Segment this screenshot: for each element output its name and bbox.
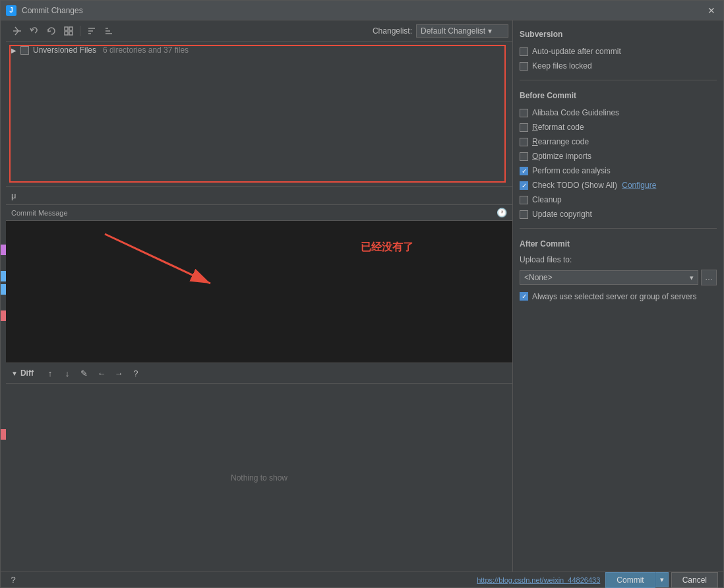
mu-icon: μ [11,191,16,200]
after-commit-title: After Commit [520,239,717,249]
auto-update-label: Auto-update after commit [532,47,621,56]
reformat-checkbox[interactable] [520,123,528,132]
diff-left-button[interactable]: ← [94,366,109,380]
upload-value: <None> [524,273,553,282]
changelist-label: Changelist: [373,26,412,36]
bottom-bar: ? https://blog.csdn.net/weixin_44826433 … [1,572,723,587]
title-bar: J Commit Changes ✕ [1,1,723,20]
optimize-label: Optimize imports [532,152,591,161]
dropdown-arrow-icon: ▾ [488,26,492,36]
diff-title-label: Diff [20,368,34,378]
side-markers [1,20,6,572]
update-copyright-row: Update copyright [520,208,717,220]
window-title: Commit Changes [22,6,705,15]
refresh-button[interactable] [44,24,59,38]
files-area: ▶ Unversioned Files 6 directories and 37… [6,42,512,187]
svg-rect-4 [69,32,73,35]
update-copyright-checkbox[interactable] [520,210,528,219]
diff-prev-button[interactable]: ↑ [43,366,57,380]
unversioned-checkbox[interactable] [20,46,29,55]
toolbar: Changelist: Default Changelist ▾ [6,20,512,42]
diff-help-button[interactable]: ? [129,366,143,380]
close-button[interactable]: ✕ [705,4,718,17]
keep-locked-label: Keep files locked [532,61,592,71]
check-todo-label: Check TODO (Show All) Configure [532,181,656,190]
expand-arrow-icon: ▶ [11,47,16,54]
configure-link[interactable]: Configure [622,181,656,190]
before-commit-title: Before Commit [520,91,717,100]
cleanup-label: Cleanup [532,195,562,204]
main-content: Changelist: Default Changelist ▾ ▶ Unver… [1,20,723,572]
cleanup-row: Cleanup [520,194,717,206]
separator-1 [80,26,80,36]
add-button[interactable] [10,24,24,38]
svg-rect-3 [65,32,68,35]
undo-button[interactable] [27,24,42,38]
upload-label: Upload files to: [520,255,717,264]
clock-icon: 🕐 [497,208,507,218]
alibaba-checkbox[interactable] [520,109,528,117]
blog-link[interactable]: https://blog.csdn.net/weixin_44826433 [477,576,600,584]
check-todo-checkbox[interactable]: ✓ [520,181,528,190]
rearrange-rest: earrange code [538,137,589,146]
rearrange-label: Rearrange code [532,137,589,146]
alibaba-row: Alibaba Code Guidelines [520,107,717,119]
reformat-row: Reformat code [520,121,717,133]
unversioned-label: Unversioned Files [33,45,96,55]
changelist-section: Changelist: Default Changelist ▾ [373,24,508,38]
always-use-row: ✓ Always use selected server or group of… [520,292,717,301]
svg-rect-2 [69,27,73,30]
optimize-rest: ptimize imports [538,152,591,161]
rearrange-checkbox[interactable] [520,138,528,146]
changelist-dropdown[interactable]: Default Changelist ▾ [416,24,508,38]
diff-next-button[interactable]: ↓ [60,366,75,380]
divider-2 [520,228,717,229]
commit-message-area: Commit Message 🕐 [6,205,512,363]
svg-rect-1 [65,27,68,30]
always-use-checkbox[interactable]: ✓ [520,292,528,301]
sort-asc-button[interactable] [84,24,99,38]
auto-update-checkbox[interactable] [520,47,528,56]
bottom-bar-left: ? [6,573,20,587]
right-panel: Subversion Auto-update after commit Keep… [512,20,723,572]
mu-row: μ [6,187,512,205]
commit-message-input[interactable] [6,221,512,363]
always-use-label: Always use selected server or group of s… [532,292,696,301]
check-todo-row: ✓ Check TODO (Show All) Configure [520,179,717,191]
upload-select[interactable]: <None> ▾ [520,270,698,285]
bottom-buttons: Commit ▾ Cancel [605,572,718,588]
marker-i1 [1,271,6,281]
rearrange-row: Rearrange code [520,136,717,148]
help-button[interactable]: ? [6,573,20,587]
marker-c [1,429,6,440]
commit-dropdown-button[interactable]: ▾ [655,572,669,587]
cancel-button[interactable]: Cancel [671,572,718,588]
sort-desc-button[interactable] [102,24,116,38]
keep-locked-row: Keep files locked [520,60,717,72]
diff-edit-button[interactable]: ✎ [77,366,92,380]
optimize-checkbox[interactable] [520,152,528,161]
cleanup-checkbox[interactable] [520,196,528,204]
divider-1 [520,80,717,80]
alibaba-label: Alibaba Code Guidelines [532,108,619,117]
diff-toolbar: ↑ ↓ ✎ ← → ? [43,366,143,380]
reformat-underline: R [532,123,538,132]
reformat-rest: eformat code [538,123,584,132]
perform-analysis-row: ✓ Perform code analysis [520,165,717,177]
diff-right-button[interactable]: → [111,366,126,380]
perform-analysis-checkbox[interactable]: ✓ [520,167,528,175]
auto-update-row: Auto-update after commit [520,45,717,57]
perform-analysis-label: Perform code analysis [532,166,611,175]
diff-title-toggle[interactable]: ▼ Diff [11,368,34,378]
optimize-row: Optimize imports [520,150,717,162]
update-copyright-label: Update copyright [532,210,592,219]
upload-more-button[interactable]: … [701,270,717,285]
commit-button[interactable]: Commit [605,572,655,588]
expand-all-button[interactable] [61,24,76,38]
marker-i2 [1,284,6,295]
keep-locked-checkbox[interactable] [520,62,528,71]
optimize-underline: O [532,152,538,161]
reformat-label: Reformat code [532,123,584,132]
upload-dropdown-row: <None> ▾ … [520,270,717,285]
unversioned-files-item[interactable]: ▶ Unversioned Files 6 directories and 37… [6,44,512,56]
